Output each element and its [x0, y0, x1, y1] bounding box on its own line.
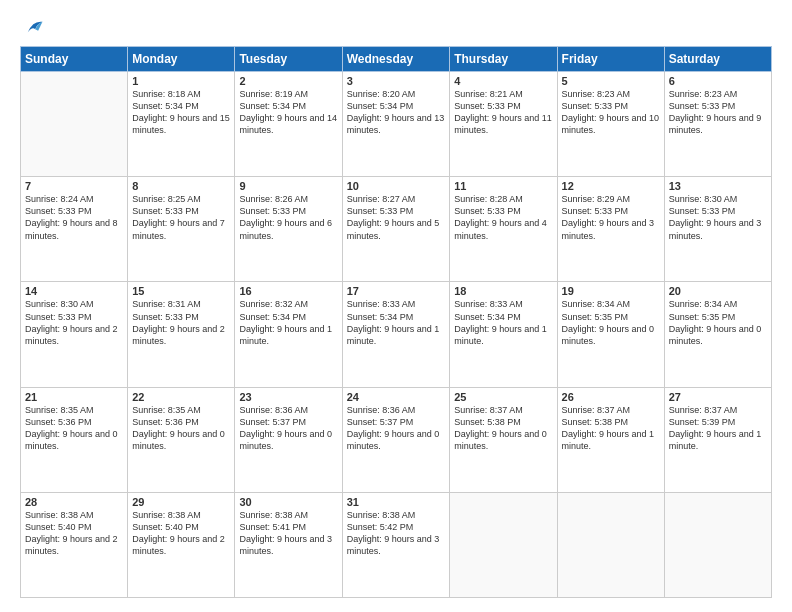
calendar-cell: 15Sunrise: 8:31 AMSunset: 5:33 PMDayligh…: [128, 282, 235, 387]
calendar-cell: 21Sunrise: 8:35 AMSunset: 5:36 PMDayligh…: [21, 387, 128, 492]
calendar-table: SundayMondayTuesdayWednesdayThursdayFrid…: [20, 46, 772, 598]
calendar-cell: [557, 492, 664, 597]
column-header-friday: Friday: [557, 47, 664, 72]
day-info: Sunrise: 8:25 AMSunset: 5:33 PMDaylight:…: [132, 193, 230, 242]
day-info: Sunrise: 8:28 AMSunset: 5:33 PMDaylight:…: [454, 193, 552, 242]
calendar-cell: 31Sunrise: 8:38 AMSunset: 5:42 PMDayligh…: [342, 492, 450, 597]
day-number: 18: [454, 285, 552, 297]
day-info: Sunrise: 8:19 AMSunset: 5:34 PMDaylight:…: [239, 88, 337, 137]
day-number: 27: [669, 391, 767, 403]
page: SundayMondayTuesdayWednesdayThursdayFrid…: [0, 0, 792, 612]
calendar-cell: [450, 492, 557, 597]
day-number: 2: [239, 75, 337, 87]
calendar-cell: 3Sunrise: 8:20 AMSunset: 5:34 PMDaylight…: [342, 72, 450, 177]
day-info: Sunrise: 8:35 AMSunset: 5:36 PMDaylight:…: [132, 404, 230, 453]
day-number: 19: [562, 285, 660, 297]
day-number: 12: [562, 180, 660, 192]
calendar-cell: 19Sunrise: 8:34 AMSunset: 5:35 PMDayligh…: [557, 282, 664, 387]
column-header-monday: Monday: [128, 47, 235, 72]
calendar-cell: 11Sunrise: 8:28 AMSunset: 5:33 PMDayligh…: [450, 177, 557, 282]
column-header-wednesday: Wednesday: [342, 47, 450, 72]
calendar-cell: 5Sunrise: 8:23 AMSunset: 5:33 PMDaylight…: [557, 72, 664, 177]
day-number: 7: [25, 180, 123, 192]
day-number: 8: [132, 180, 230, 192]
day-number: 25: [454, 391, 552, 403]
calendar-cell: 16Sunrise: 8:32 AMSunset: 5:34 PMDayligh…: [235, 282, 342, 387]
day-number: 17: [347, 285, 446, 297]
day-info: Sunrise: 8:35 AMSunset: 5:36 PMDaylight:…: [25, 404, 123, 453]
calendar-cell: 2Sunrise: 8:19 AMSunset: 5:34 PMDaylight…: [235, 72, 342, 177]
day-number: 5: [562, 75, 660, 87]
day-number: 13: [669, 180, 767, 192]
calendar-cell: 8Sunrise: 8:25 AMSunset: 5:33 PMDaylight…: [128, 177, 235, 282]
day-info: Sunrise: 8:21 AMSunset: 5:33 PMDaylight:…: [454, 88, 552, 137]
calendar-cell: [21, 72, 128, 177]
header: [20, 18, 772, 36]
calendar-cell: 26Sunrise: 8:37 AMSunset: 5:38 PMDayligh…: [557, 387, 664, 492]
day-number: 20: [669, 285, 767, 297]
calendar-cell: 12Sunrise: 8:29 AMSunset: 5:33 PMDayligh…: [557, 177, 664, 282]
day-number: 30: [239, 496, 337, 508]
day-number: 3: [347, 75, 446, 87]
column-header-sunday: Sunday: [21, 47, 128, 72]
day-info: Sunrise: 8:38 AMSunset: 5:41 PMDaylight:…: [239, 509, 337, 558]
day-number: 31: [347, 496, 446, 508]
calendar-cell: 13Sunrise: 8:30 AMSunset: 5:33 PMDayligh…: [664, 177, 771, 282]
calendar-week-4: 21Sunrise: 8:35 AMSunset: 5:36 PMDayligh…: [21, 387, 772, 492]
calendar-cell: 4Sunrise: 8:21 AMSunset: 5:33 PMDaylight…: [450, 72, 557, 177]
day-info: Sunrise: 8:26 AMSunset: 5:33 PMDaylight:…: [239, 193, 337, 242]
calendar-cell: 9Sunrise: 8:26 AMSunset: 5:33 PMDaylight…: [235, 177, 342, 282]
calendar-cell: 6Sunrise: 8:23 AMSunset: 5:33 PMDaylight…: [664, 72, 771, 177]
day-info: Sunrise: 8:32 AMSunset: 5:34 PMDaylight:…: [239, 298, 337, 347]
calendar-cell: 27Sunrise: 8:37 AMSunset: 5:39 PMDayligh…: [664, 387, 771, 492]
logo: [20, 18, 44, 36]
day-number: 6: [669, 75, 767, 87]
day-number: 14: [25, 285, 123, 297]
day-info: Sunrise: 8:31 AMSunset: 5:33 PMDaylight:…: [132, 298, 230, 347]
column-header-thursday: Thursday: [450, 47, 557, 72]
calendar-cell: 29Sunrise: 8:38 AMSunset: 5:40 PMDayligh…: [128, 492, 235, 597]
day-number: 16: [239, 285, 337, 297]
calendar-cell: 20Sunrise: 8:34 AMSunset: 5:35 PMDayligh…: [664, 282, 771, 387]
day-info: Sunrise: 8:27 AMSunset: 5:33 PMDaylight:…: [347, 193, 446, 242]
day-info: Sunrise: 8:37 AMSunset: 5:39 PMDaylight:…: [669, 404, 767, 453]
day-number: 21: [25, 391, 123, 403]
calendar-cell: 24Sunrise: 8:36 AMSunset: 5:37 PMDayligh…: [342, 387, 450, 492]
day-number: 23: [239, 391, 337, 403]
calendar-cell: 1Sunrise: 8:18 AMSunset: 5:34 PMDaylight…: [128, 72, 235, 177]
calendar-week-2: 7Sunrise: 8:24 AMSunset: 5:33 PMDaylight…: [21, 177, 772, 282]
calendar-cell: [664, 492, 771, 597]
calendar-week-1: 1Sunrise: 8:18 AMSunset: 5:34 PMDaylight…: [21, 72, 772, 177]
day-number: 29: [132, 496, 230, 508]
day-info: Sunrise: 8:18 AMSunset: 5:34 PMDaylight:…: [132, 88, 230, 137]
calendar-cell: 28Sunrise: 8:38 AMSunset: 5:40 PMDayligh…: [21, 492, 128, 597]
day-number: 4: [454, 75, 552, 87]
day-info: Sunrise: 8:20 AMSunset: 5:34 PMDaylight:…: [347, 88, 446, 137]
calendar-cell: 23Sunrise: 8:36 AMSunset: 5:37 PMDayligh…: [235, 387, 342, 492]
day-info: Sunrise: 8:30 AMSunset: 5:33 PMDaylight:…: [25, 298, 123, 347]
calendar-week-5: 28Sunrise: 8:38 AMSunset: 5:40 PMDayligh…: [21, 492, 772, 597]
day-info: Sunrise: 8:33 AMSunset: 5:34 PMDaylight:…: [347, 298, 446, 347]
day-info: Sunrise: 8:23 AMSunset: 5:33 PMDaylight:…: [669, 88, 767, 137]
logo-bird-icon: [22, 18, 44, 36]
day-info: Sunrise: 8:34 AMSunset: 5:35 PMDaylight:…: [669, 298, 767, 347]
day-info: Sunrise: 8:36 AMSunset: 5:37 PMDaylight:…: [347, 404, 446, 453]
day-info: Sunrise: 8:23 AMSunset: 5:33 PMDaylight:…: [562, 88, 660, 137]
day-number: 15: [132, 285, 230, 297]
day-number: 22: [132, 391, 230, 403]
day-number: 9: [239, 180, 337, 192]
day-info: Sunrise: 8:38 AMSunset: 5:42 PMDaylight:…: [347, 509, 446, 558]
calendar-cell: 7Sunrise: 8:24 AMSunset: 5:33 PMDaylight…: [21, 177, 128, 282]
day-info: Sunrise: 8:30 AMSunset: 5:33 PMDaylight:…: [669, 193, 767, 242]
calendar-header-row: SundayMondayTuesdayWednesdayThursdayFrid…: [21, 47, 772, 72]
calendar-cell: 30Sunrise: 8:38 AMSunset: 5:41 PMDayligh…: [235, 492, 342, 597]
calendar-cell: 18Sunrise: 8:33 AMSunset: 5:34 PMDayligh…: [450, 282, 557, 387]
day-number: 10: [347, 180, 446, 192]
day-number: 28: [25, 496, 123, 508]
logo-text: [20, 18, 44, 36]
calendar-cell: 22Sunrise: 8:35 AMSunset: 5:36 PMDayligh…: [128, 387, 235, 492]
day-info: Sunrise: 8:37 AMSunset: 5:38 PMDaylight:…: [454, 404, 552, 453]
day-info: Sunrise: 8:38 AMSunset: 5:40 PMDaylight:…: [25, 509, 123, 558]
calendar-cell: 14Sunrise: 8:30 AMSunset: 5:33 PMDayligh…: [21, 282, 128, 387]
column-header-saturday: Saturday: [664, 47, 771, 72]
